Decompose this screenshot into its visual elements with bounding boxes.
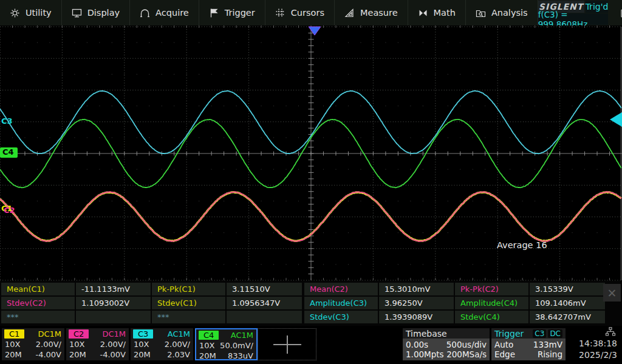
channel-name-chip: C3: [133, 329, 153, 339]
timebase-panel[interactable]: Timebase 0.00s 500us/div 1.00Mpts 200MSa…: [403, 328, 490, 360]
status-bar: C1DC1M10X2.00V/20M-4.00VC2DC1M10X2.00V/2…: [0, 326, 622, 364]
measurement-panel: Mean(C1)-11.1133mVPk-Pk(C1)3.11510VStdev…: [0, 281, 622, 326]
channel-offset: -4.00V: [35, 350, 61, 359]
measurement-value: 1.1093002V: [76, 297, 151, 309]
menu: UtilityDisplayAcquireTriggerCursorsMeasu…: [0, 0, 538, 25]
channel-offset: -4.00V: [100, 350, 126, 359]
channel-box-c1[interactable]: C1DC1M10X2.00V/20M-4.00V: [2, 328, 64, 360]
trigger-source-badge: C3: [533, 329, 546, 338]
measurement-label: Mean(C2): [304, 283, 378, 295]
channel-scale: 50.0mV/: [220, 341, 253, 350]
channel-box-c3[interactable]: C3AC1M10X2.00V/20M2.03V: [131, 328, 193, 360]
channel-name-chip: C2: [69, 329, 89, 339]
measurement-value: [227, 311, 302, 323]
channel-marker-c3[interactable]: C3: [1, 117, 13, 126]
average-annotation: Average 16: [497, 240, 547, 250]
measurement-value: 109.1406mV: [530, 297, 605, 309]
menu-item-label: Cursors: [291, 8, 324, 18]
trigger-position-marker[interactable]: [309, 27, 321, 35]
measurement-label: ***: [1, 311, 75, 323]
flag-icon: [209, 8, 219, 18]
measurement-label: ***: [152, 311, 225, 323]
measurement-label: Stdev(C1): [152, 297, 225, 309]
channel-marker-c4[interactable]: C4: [0, 147, 18, 158]
frequency-readout: f(C3) = 999.8608Hz: [538, 13, 609, 25]
gear-icon: [10, 8, 20, 18]
trigger-title: Trigger: [494, 329, 524, 339]
channel-scale: 2.00V/: [100, 340, 126, 349]
menu-item-label: Measure: [360, 8, 398, 18]
timebase-samplerate: 200MSa/s: [446, 349, 487, 359]
measurement-value: 3.96250V: [379, 297, 454, 309]
timebase-title: Timebase: [406, 329, 447, 339]
menu-item-acquire[interactable]: Acquire: [130, 0, 199, 25]
measurement-value: 1.3939089V: [379, 311, 454, 323]
measurement-value: 15.3010mV: [379, 283, 454, 295]
measurement-table-left: Mean(C1)-11.1133mVPk-Pk(C1)3.11510VStdev…: [1, 283, 302, 323]
channel-box-c4[interactable]: C4AC1M10X50.0mV/20M833uV: [195, 328, 258, 360]
channel-probe: 10X: [134, 340, 149, 349]
menu-item-label: Trigger: [225, 8, 255, 18]
datetime-block: 14:38:18 2025/2/3: [579, 327, 617, 361]
cursors-grid-icon: [275, 8, 285, 18]
folder-magnifier-icon: [476, 8, 486, 18]
channel-marker-c2[interactable]: C2: [4, 206, 15, 215]
close-measurements-button[interactable]: ✕: [603, 284, 621, 302]
network-icon: [579, 327, 617, 337]
measurement-label: Stdev(C3): [304, 311, 378, 323]
trigger-type: Edge: [494, 349, 515, 359]
menu-item-label: Math: [434, 8, 456, 18]
trigger-mode: Auto: [494, 340, 513, 349]
measurement-value: 3.11510V: [227, 283, 302, 295]
channel-coupling: AC1M: [231, 331, 253, 340]
channel-bandwidth: 20M: [5, 350, 22, 359]
channel-name-chip: C4: [199, 331, 219, 340]
clock-time: 14:38:18: [579, 337, 617, 349]
menu-item-utility[interactable]: Utility: [0, 0, 62, 25]
channel-name-chip: C1: [4, 329, 24, 339]
measurement-table-right: Mean(C2)15.3010mVPk-Pk(C2)3.15339VAmplit…: [304, 283, 605, 323]
add-channel-button[interactable]: [258, 328, 316, 360]
measurement-value: 3.15339V: [530, 283, 605, 295]
menu-item-cursors[interactable]: Cursors: [265, 0, 335, 25]
channel-box-c2[interactable]: C2DC1M10X2.00V/20M-4.00V: [66, 328, 129, 360]
menu-item-label: Utility: [26, 8, 52, 18]
waveform-display[interactable]: C3C4C1C2 Average 16: [0, 25, 622, 281]
timebase-points: 1.00Mpts: [406, 349, 444, 359]
monitor-icon: [72, 8, 82, 18]
measurement-label: Stdev(C2): [1, 297, 75, 309]
close-icon: ✕: [607, 286, 617, 300]
measurement-value: 38.642707mV: [530, 311, 605, 323]
trigger-panel[interactable]: Trigger C3 DC Auto 133mV Edge Rising: [491, 328, 566, 360]
measurement-label: Pk-Pk(C1): [152, 283, 225, 295]
measurement-label: Mean(C1): [1, 283, 75, 295]
menu-item-display[interactable]: Display: [62, 0, 130, 25]
timebase-delay: 0.00s: [406, 340, 428, 349]
measurement-label: Amplitude(C4): [455, 297, 528, 309]
channel-coupling: DC1M: [38, 329, 61, 339]
timebase-scale: 500us/div: [446, 340, 487, 349]
menu-item-measure[interactable]: Measure: [335, 0, 408, 25]
save-button[interactable]: SAVE: [608, 8, 622, 18]
channel-bandwidth: 20M: [69, 350, 86, 359]
channel-scale: 2.00V/: [165, 340, 190, 349]
trigger-level-marker[interactable]: [610, 112, 622, 127]
channel-coupling: DC1M: [102, 329, 126, 339]
clock-date: 2025/2/3: [579, 349, 617, 361]
oscilloscope-screen: UtilityDisplayAcquireTriggerCursorsMeasu…: [0, 0, 622, 364]
save-icon: [619, 8, 622, 18]
trigger-level: 133mV: [533, 340, 562, 349]
menu-item-label: Analysis: [491, 8, 528, 18]
measurement-value: 1.0956347V: [227, 297, 302, 309]
channel-bandwidth: 20M: [134, 350, 151, 359]
channel-offset: 2.03V: [167, 350, 190, 359]
channel-coupling: AC1M: [168, 329, 190, 339]
menu-item-label: Acquire: [156, 8, 189, 18]
menu-item-math[interactable]: Math: [408, 0, 466, 25]
menu-item-trigger[interactable]: Trigger: [199, 0, 265, 25]
measurement-label: Amplitude(C3): [304, 297, 378, 309]
menu-item-label: Display: [87, 8, 120, 18]
trigger-slope: Rising: [538, 349, 562, 359]
menu-item-analysis[interactable]: Analysis: [466, 0, 538, 25]
channel-scale: 2.00V/: [36, 340, 61, 349]
